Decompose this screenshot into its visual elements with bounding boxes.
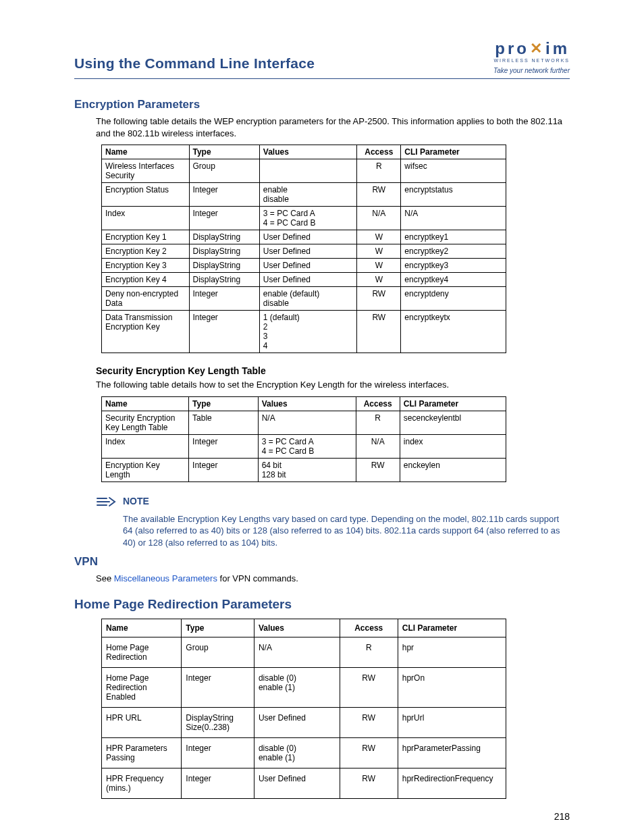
cell-cli: encryptstatus bbox=[401, 183, 506, 207]
cell-name: Deny non-encrypted Data bbox=[102, 287, 190, 311]
th-type: Type bbox=[189, 396, 259, 411]
cell-cli: hprOn bbox=[398, 667, 506, 707]
cell-access: RW bbox=[357, 311, 401, 353]
cell-type: Group bbox=[189, 159, 259, 183]
table-row: Encryption Key LengthInteger64 bit128 bi… bbox=[102, 458, 506, 481]
cell-access: RW bbox=[340, 737, 398, 768]
th-name: Name bbox=[102, 396, 189, 411]
cell-access: RW bbox=[357, 183, 401, 207]
cell-name: Encryption Key 4 bbox=[102, 273, 190, 287]
th-values: Values bbox=[254, 619, 340, 637]
cell-cli: hpr bbox=[398, 637, 506, 667]
cell-cli: encryptdeny bbox=[401, 287, 506, 311]
cell-name: Index bbox=[102, 434, 189, 458]
cell-values: 1 (default)234 bbox=[259, 311, 356, 353]
table-hpr: Name Type Values Access CLI Parameter Ho… bbox=[101, 619, 506, 799]
table-header-row: Name Type Values Access CLI Parameter bbox=[102, 619, 506, 637]
cell-name: HPR URL bbox=[102, 707, 182, 737]
cell-access: RW bbox=[340, 768, 398, 798]
cell-name: Encryption Key 2 bbox=[102, 244, 190, 259]
cell-cli: hprParameterPassing bbox=[398, 737, 506, 768]
intro-encryption-parameters: The following table details the WEP encr… bbox=[96, 115, 570, 139]
cell-values: User Defined bbox=[259, 273, 356, 287]
cell-type: Integer bbox=[189, 311, 259, 353]
cell-type: Integer bbox=[189, 287, 259, 311]
cell-access: RW bbox=[356, 458, 400, 481]
cell-name: Security Encryption Key Length Table bbox=[102, 411, 189, 434]
cell-name: HPR Parameters Passing bbox=[102, 737, 182, 768]
cell-values: User Defined bbox=[254, 707, 340, 737]
cell-values: 3 = PC Card A4 = PC Card B bbox=[259, 207, 356, 230]
cell-values bbox=[259, 159, 356, 183]
page-number: 218 bbox=[554, 811, 570, 822]
cell-cli: wifsec bbox=[401, 159, 506, 183]
table-row: Data Transmission Encryption KeyInteger1… bbox=[102, 311, 506, 353]
table-row: Encryption Key 2DisplayStringUser Define… bbox=[102, 244, 506, 259]
cell-cli: encryptkey4 bbox=[401, 273, 506, 287]
cell-type: DisplayString bbox=[189, 273, 259, 287]
cell-name: Home Page Redirection bbox=[102, 637, 182, 667]
cell-values: User Defined bbox=[259, 230, 356, 244]
cell-cli: secenckeylentbl bbox=[400, 411, 506, 434]
th-values: Values bbox=[259, 145, 356, 159]
th-access: Access bbox=[356, 396, 400, 411]
table-row: HPR URLDisplayString Size(0..238)User De… bbox=[102, 707, 506, 737]
note-label: NOTE bbox=[123, 496, 149, 506]
cell-access: W bbox=[357, 230, 401, 244]
cell-name: Encryption Status bbox=[102, 183, 190, 207]
cell-name: Index bbox=[102, 207, 190, 230]
vpn-pre: See bbox=[96, 573, 114, 583]
table-row: Home Page Redirection EnabledIntegerdisa… bbox=[102, 667, 506, 707]
cell-type: Integer bbox=[189, 458, 259, 481]
th-cli: CLI Parameter bbox=[401, 145, 506, 159]
cell-type: Group bbox=[182, 637, 254, 667]
table-row: HPR Parameters PassingIntegerdisable (0)… bbox=[102, 737, 506, 768]
table-row: Deny non-encrypted DataIntegerenable (de… bbox=[102, 287, 506, 311]
cell-type: Integer bbox=[189, 434, 259, 458]
cell-cli: index bbox=[400, 434, 506, 458]
th-name: Name bbox=[102, 619, 182, 637]
table-header-row: Name Type Values Access CLI Parameter bbox=[102, 145, 506, 159]
cell-type: Integer bbox=[189, 183, 259, 207]
cell-type: DisplayString bbox=[189, 244, 259, 259]
cell-values: N/A bbox=[254, 637, 340, 667]
th-name: Name bbox=[102, 145, 190, 159]
cell-cli: enckeylen bbox=[400, 458, 506, 481]
cell-access: R bbox=[356, 411, 400, 434]
table-header-row: Name Type Values Access CLI Parameter bbox=[102, 396, 506, 411]
cell-name: Encryption Key 3 bbox=[102, 259, 190, 273]
cell-type: DisplayString Size(0..238) bbox=[182, 707, 254, 737]
vpn-post: for VPN commands. bbox=[217, 573, 298, 583]
cell-values: 3 = PC Card A4 = PC Card B bbox=[258, 434, 356, 458]
cell-cli: hprUrl bbox=[398, 707, 506, 737]
cell-values: User Defined bbox=[259, 259, 356, 273]
heading-encryption-parameters: Encryption Parameters bbox=[74, 98, 570, 111]
cell-values: enable (default)disable bbox=[259, 287, 356, 311]
logo-wordmark: pro✕im bbox=[493, 41, 570, 57]
heading-hpr: Home Page Redirection Parameters bbox=[74, 597, 570, 612]
th-access: Access bbox=[357, 145, 401, 159]
link-miscellaneous-parameters[interactable]: Miscellaneous Parameters bbox=[114, 573, 217, 583]
th-cli: CLI Parameter bbox=[398, 619, 506, 637]
cell-values: 64 bit128 bit bbox=[258, 458, 356, 481]
cell-values: User Defined bbox=[254, 768, 340, 798]
cell-access: N/A bbox=[356, 434, 400, 458]
cell-values: N/A bbox=[258, 411, 356, 434]
table-row: Home Page RedirectionGroupN/ARhpr bbox=[102, 637, 506, 667]
cell-type: DisplayString bbox=[189, 259, 259, 273]
table-row: Encryption Key 4DisplayStringUser Define… bbox=[102, 273, 506, 287]
th-values: Values bbox=[258, 396, 356, 411]
table-row: Encryption Key 1DisplayStringUser Define… bbox=[102, 230, 506, 244]
logo-x-icon: ✕ bbox=[530, 41, 545, 56]
cell-type: Integer bbox=[182, 768, 254, 798]
cell-type: DisplayString bbox=[189, 230, 259, 244]
table-row: Wireless Interfaces SecurityGroupRwifsec bbox=[102, 159, 506, 183]
table-row: IndexInteger3 = PC Card A4 = PC Card BN/… bbox=[102, 434, 506, 458]
cell-cli: encryptkey1 bbox=[401, 230, 506, 244]
heading-key-length-table: Security Encryption Key Length Table bbox=[96, 365, 570, 376]
cell-access: R bbox=[340, 637, 398, 667]
cell-name: HPR Frequency (mins.) bbox=[102, 768, 182, 798]
cell-access: W bbox=[357, 273, 401, 287]
cell-cli: encryptkeytx bbox=[401, 311, 506, 353]
cell-access: W bbox=[357, 259, 401, 273]
